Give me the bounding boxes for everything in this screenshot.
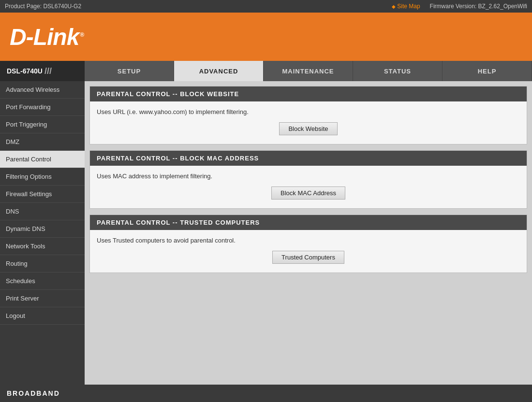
section-block-mac-desc: Uses MAC address to implement filtering. bbox=[97, 172, 520, 180]
sidebar-item-port-forwarding[interactable]: Port Forwarding bbox=[0, 99, 85, 116]
sidebar-item-routing[interactable]: Routing bbox=[0, 255, 85, 273]
section-block-mac: PARENTAL CONTROL -- BLOCK MAC ADDRESS Us… bbox=[89, 150, 527, 209]
footer-text: BROADBAND bbox=[7, 389, 60, 397]
product-label: Product Page: DSL6740U-G2 bbox=[5, 3, 81, 10]
firmware-label: Firmware Version: BZ_2.62_OpenWifi bbox=[430, 3, 527, 10]
content-area: SetupRouter.com PARENTAL CONTROL -- BLOC… bbox=[85, 81, 532, 385]
section-block-website-btn-row: Block Website bbox=[97, 122, 520, 135]
sidebar-item-print-server[interactable]: Print Server bbox=[0, 290, 85, 307]
footer: BROADBAND bbox=[0, 385, 532, 402]
tab-status[interactable]: STATUS bbox=[353, 61, 443, 81]
sidebar-item-schedules[interactable]: Schedules bbox=[0, 273, 85, 290]
section-block-website-desc: Uses URL (i.e. www.yahoo.com) to impleme… bbox=[97, 108, 520, 115]
sidebar-item-firewall-settings[interactable]: Firewall Settings bbox=[0, 186, 85, 203]
sitemap-link[interactable]: Site Map bbox=[392, 3, 420, 10]
tab-setup[interactable]: SETUP bbox=[85, 61, 174, 81]
logo-text: D-Link bbox=[10, 24, 79, 50]
trusted-computers-button[interactable]: Trusted Computers bbox=[272, 251, 344, 264]
section-block-website-body: Uses URL (i.e. www.yahoo.com) to impleme… bbox=[90, 101, 527, 144]
model-text: DSL-6740U bbox=[7, 67, 43, 75]
block-mac-button[interactable]: Block MAC Address bbox=[271, 187, 345, 200]
tab-maintenance[interactable]: MAINTENANCE bbox=[264, 61, 353, 81]
main-layout: Advanced Wireless Port Forwarding Port T… bbox=[0, 81, 532, 385]
block-website-button[interactable]: Block Website bbox=[279, 122, 337, 135]
sidebar-item-port-triggering[interactable]: Port Triggering bbox=[0, 116, 85, 133]
sidebar-item-dns[interactable]: DNS bbox=[0, 203, 85, 220]
sidebar-item-dmz[interactable]: DMZ bbox=[0, 133, 85, 151]
sidebar-item-network-tools[interactable]: Network Tools bbox=[0, 238, 85, 255]
sidebar-item-dynamic-dns[interactable]: Dynamic DNS bbox=[0, 220, 85, 238]
top-bar: Product Page: DSL6740U-G2 Site Map Firmw… bbox=[0, 0, 532, 13]
sidebar-item-advanced-wireless[interactable]: Advanced Wireless bbox=[0, 81, 85, 99]
header: D-Link® bbox=[0, 13, 532, 61]
section-trusted-computers-btn-row: Trusted Computers bbox=[97, 251, 520, 264]
tab-help[interactable]: HELP bbox=[443, 61, 532, 81]
section-block-mac-header: PARENTAL CONTROL -- BLOCK MAC ADDRESS bbox=[90, 151, 527, 166]
section-block-mac-body: Uses MAC address to implement filtering.… bbox=[90, 166, 527, 208]
sidebar-item-filtering-options[interactable]: Filtering Options bbox=[0, 168, 85, 186]
section-block-website: PARENTAL CONTROL -- BLOCK WEBSITE Uses U… bbox=[89, 86, 527, 144]
nav-tabs: DSL-6740U /// SETUP ADVANCED MAINTENANCE… bbox=[0, 61, 532, 81]
model-label: DSL-6740U /// bbox=[0, 61, 85, 81]
section-block-website-header: PARENTAL CONTROL -- BLOCK WEBSITE bbox=[90, 86, 527, 101]
tab-advanced[interactable]: ADVANCED bbox=[174, 61, 264, 81]
logo: D-Link® bbox=[10, 24, 84, 50]
section-trusted-computers-header: PARENTAL CONTROL -- TRUSTED COMPUTERS bbox=[90, 215, 527, 230]
trademark: ® bbox=[80, 31, 84, 38]
section-trusted-computers-desc: Uses Trusted computers to avoid parental… bbox=[97, 237, 520, 244]
section-trusted-computers-body: Uses Trusted computers to avoid parental… bbox=[90, 230, 527, 273]
section-trusted-computers: PARENTAL CONTROL -- TRUSTED COMPUTERS Us… bbox=[89, 215, 527, 273]
sidebar: Advanced Wireless Port Forwarding Port T… bbox=[0, 81, 85, 385]
sidebar-item-parental-control[interactable]: Parental Control bbox=[0, 151, 85, 168]
top-bar-right: Site Map Firmware Version: BZ_2.62_OpenW… bbox=[392, 3, 527, 10]
model-waves: /// bbox=[44, 66, 52, 76]
sidebar-item-logout[interactable]: Logout bbox=[0, 307, 85, 325]
section-block-mac-btn-row: Block MAC Address bbox=[97, 187, 520, 200]
